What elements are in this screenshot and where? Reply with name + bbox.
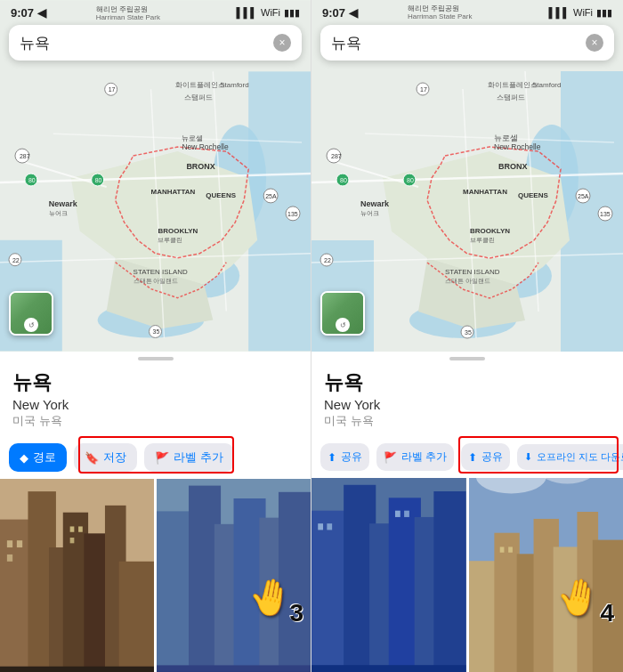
svg-rect-122 (433, 491, 465, 672)
svg-text:뉴로셀: 뉴로셀 (494, 134, 518, 142)
svg-rect-130 (469, 561, 498, 672)
svg-text:BROOKLYN: BROOKLYN (470, 227, 510, 235)
signal-icon-r: ▌▌▌ (549, 7, 570, 18)
wifi-icon-r: WiFi (573, 7, 593, 18)
map-thumbnail-left[interactable]: ↺ (9, 291, 53, 336)
svg-text:22: 22 (324, 257, 331, 263)
svg-text:17: 17 (109, 86, 116, 93)
share2-button-right[interactable]: ⬆ 공유 (461, 443, 510, 471)
photo-tile-1-left[interactable] (0, 479, 154, 672)
photo-tile-1-right[interactable] (312, 478, 466, 672)
search-text-left: 뉴욕 (20, 33, 273, 53)
svg-rect-54 (0, 667, 154, 672)
left-panel: 9:07 ◀ ▌▌▌ WiFi ▮▮▮ (0, 0, 312, 672)
svg-text:80: 80 (28, 177, 36, 183)
svg-text:STATEN ISLAND: STATEN ISLAND (445, 268, 500, 276)
signal-icon: ▌▌▌ (237, 7, 257, 18)
status-icons-left: ▌▌▌ WiFi ▮▮▮ (237, 7, 300, 19)
share2-icon: ⬆ (468, 451, 477, 464)
svg-rect-60 (70, 538, 75, 543)
svg-rect-131 (494, 533, 519, 672)
map-thumbnail-right[interactable]: ↺ (320, 291, 365, 336)
status-time-left: 9:07 ◀ (11, 6, 46, 20)
svg-text:17: 17 (420, 86, 427, 93)
right-panel: 9:07 ◀ ▌▌▌ WiFi ▮▮▮ 해리먼 주립공원 Harr (312, 0, 623, 672)
photo-tile-2-left[interactable] (157, 479, 311, 672)
svg-text:화이트플레인스: 화이트플레인스 (175, 81, 225, 89)
svg-text:35: 35 (465, 329, 472, 336)
svg-text:287: 287 (20, 153, 30, 159)
svg-rect-4 (248, 71, 311, 351)
svg-text:스태튼 아일랜드: 스태튼 아일랜드 (445, 278, 490, 284)
photos-row-right: 🤚 4 (312, 478, 623, 672)
search-clear-right[interactable]: × (586, 34, 603, 52)
svg-text:22: 22 (12, 257, 20, 263)
city-name-kr-left: 뉴욕 (12, 369, 298, 396)
info-card-left: 뉴욕 New York 미국 뉴욕 (0, 364, 311, 436)
status-bar-right: 9:07 ◀ ▌▌▌ WiFi ▮▮▮ (312, 0, 623, 25)
svg-text:뉴어크: 뉴어크 (360, 210, 379, 216)
label-button-right[interactable]: 🚩 라벨 추가 (376, 443, 454, 471)
svg-text:BRONX: BRONX (186, 162, 214, 171)
photo-tile-2-right[interactable] (469, 478, 624, 672)
svg-text:뉴어크: 뉴어크 (49, 210, 68, 216)
svg-text:QUEENS: QUEENS (518, 191, 548, 199)
label-button-left[interactable]: 🚩 라벨 추가 (144, 443, 234, 472)
svg-rect-74 (561, 71, 623, 352)
route-button-left[interactable]: ◆ 경로 (9, 443, 67, 472)
svg-text:BRONX: BRONX (498, 162, 528, 171)
svg-text:135: 135 (287, 211, 298, 217)
svg-text:35: 35 (153, 328, 160, 335)
search-bar-right[interactable]: 뉴욕 × (320, 25, 614, 61)
city-region-left: 미국 뉴욕 (12, 413, 298, 429)
svg-text:New Rochelle: New Rochelle (182, 142, 229, 151)
svg-text:Newark: Newark (360, 199, 390, 208)
wifi-icon: WiFi (261, 7, 280, 18)
offline-button-right[interactable]: ⬇ 오프라인 지도 다운로드 (517, 444, 623, 470)
svg-rect-59 (78, 526, 83, 531)
label-icon: 🚩 (155, 451, 169, 465)
scroll-indicator-right (449, 357, 485, 360)
svg-rect-141 (508, 547, 513, 552)
status-icons-right: ▌▌▌ WiFi ▮▮▮ (549, 7, 612, 19)
svg-text:BROOKLYN: BROOKLYN (158, 227, 198, 235)
save-icon: 🔖 (85, 451, 99, 465)
svg-text:MANHATTAN: MANHATTAN (463, 188, 507, 196)
search-bar-left[interactable]: 뉴욕 × (9, 25, 302, 61)
action-row-right: ⬆ 공유 🚩 라벨 추가 ⬆ 공유 ⬇ 오프라인 지도 다운로드 (312, 436, 623, 478)
status-bar-left: 9:07 ◀ ▌▌▌ WiFi ▮▮▮ (0, 0, 311, 25)
battery-icon: ▮▮▮ (284, 7, 300, 19)
svg-rect-58 (70, 526, 75, 531)
svg-rect-53 (119, 562, 154, 672)
svg-rect-55 (7, 540, 12, 547)
svg-text:New Rochelle: New Rochelle (494, 142, 541, 151)
svg-rect-136 (592, 540, 623, 672)
photos-row-left: 🤚 3 (0, 479, 311, 672)
action-row-left: ◆ 경로 🔖 저장 🚩 라벨 추가 (0, 436, 311, 479)
svg-text:135: 135 (600, 211, 611, 217)
info-card-right: 뉴욕 New York 미국 뉴욕 (312, 364, 623, 436)
svg-text:뉴로셀: 뉴로셀 (182, 134, 203, 142)
svg-text:Newark: Newark (49, 199, 77, 208)
svg-text:Stamford: Stamford (220, 81, 248, 89)
svg-rect-56 (17, 540, 22, 547)
svg-text:Stamford: Stamford (532, 81, 561, 89)
city-name-kr-right: 뉴욕 (324, 369, 611, 396)
share-button-right[interactable]: ⬆ 공유 (320, 443, 369, 471)
share-icon: ⬆ (328, 451, 336, 464)
city-name-en-right: New York (324, 397, 611, 412)
search-clear-left[interactable]: × (273, 34, 291, 52)
status-time-right: 9:07 ◀ (322, 6, 358, 20)
svg-rect-126 (395, 511, 400, 517)
svg-text:QUEENS: QUEENS (206, 191, 236, 199)
svg-rect-123 (312, 665, 466, 672)
route-icon: ◆ (20, 451, 28, 465)
svg-rect-124 (318, 523, 323, 530)
scroll-indicator-left (138, 357, 174, 360)
save-button-left[interactable]: 🔖 저장 (74, 443, 137, 472)
svg-text:287: 287 (331, 153, 342, 159)
svg-text:화이트플레인스: 화이트플레인스 (488, 81, 538, 89)
svg-rect-68 (157, 665, 311, 672)
search-text-right: 뉴욕 (331, 33, 586, 53)
svg-text:브루클린: 브루클린 (158, 237, 182, 243)
